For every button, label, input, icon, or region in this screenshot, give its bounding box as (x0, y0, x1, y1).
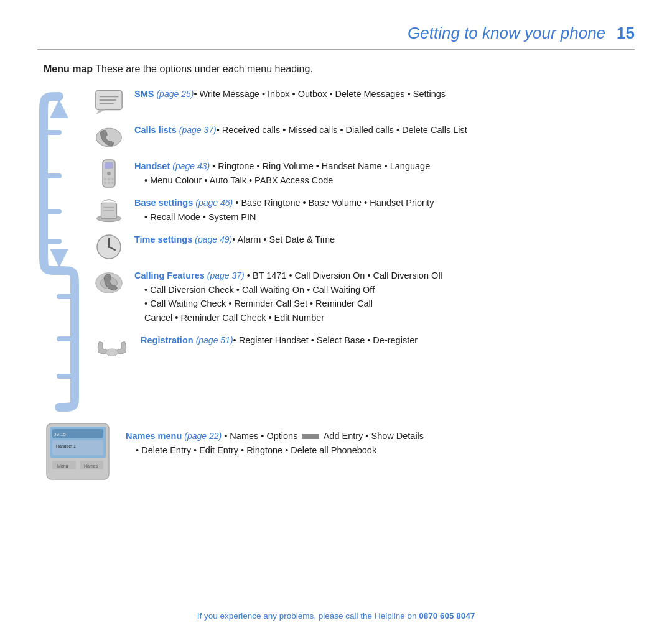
names-menu-bar (302, 434, 319, 439)
svg-marker-1 (50, 99, 68, 118)
svg-rect-16 (105, 162, 113, 169)
menu-map-text: These are the options under each menu he… (93, 63, 313, 74)
svg-text:Names: Names (84, 464, 98, 468)
svg-text:09:15: 09:15 (54, 432, 67, 437)
sms-icon (93, 88, 124, 114)
menu-row-sms: SMS (page 25)• Write Message • Inbox • O… (93, 87, 635, 114)
header-title: Getting to know your phone (408, 24, 605, 43)
names-menu-details-line1: • Names • Options (222, 431, 300, 441)
footer-text: If you experience any problems, please c… (197, 611, 419, 621)
base-label: Base settings (134, 198, 195, 208)
names-menu-details-line2: • Delete Entry • Edit Entry • Ringtone •… (126, 445, 376, 455)
calls-icon (93, 124, 124, 150)
handset-page-ref: (page 43) (172, 161, 210, 171)
menu-items-list: SMS (page 25)• Write Message • Inbox • O… (93, 87, 635, 369)
main-content: SMS (page 25)• Write Message • Inbox • O… (37, 87, 635, 415)
svg-point-18 (108, 178, 111, 181)
nav-arrow (37, 90, 87, 415)
menu-map-heading: Menu map These are the options under eac… (37, 63, 635, 75)
svg-point-21 (104, 182, 106, 184)
header: Getting to know your phone 15 (37, 0, 635, 49)
names-menu-section: 09:15 Handset 1 Menu Names Names menu (p… (37, 420, 635, 483)
base-menu-text: Base settings (page 46) • Base Ringtone … (134, 196, 635, 224)
registration-label: Registration (141, 335, 196, 345)
time-page-ref: (page 49) (195, 234, 232, 244)
registration-page-ref: (page 51) (196, 335, 233, 345)
menu-row-calling: Calling Features (page 37) • BT 1471 • C… (93, 269, 635, 325)
svg-point-23 (108, 182, 110, 184)
names-menu-details-line1b: Add Entry • Show Details (321, 431, 424, 441)
svg-text:Handset 1: Handset 1 (56, 444, 76, 448)
footer-phone: 0870 605 8047 (419, 611, 475, 621)
sms-menu-text: SMS (page 25)• Write Message • Inbox • O… (134, 87, 635, 101)
calls-label: Calls lists (134, 125, 179, 135)
svg-marker-0 (50, 249, 68, 267)
svg-point-17 (107, 172, 111, 175)
calling-icon (93, 270, 124, 296)
footer: If you experience any problems, please c… (0, 611, 672, 621)
handset-icon (93, 160, 124, 187)
calls-menu-text: Calls lists (page 37)• Received calls • … (134, 123, 635, 137)
svg-point-20 (111, 178, 114, 180)
time-icon (93, 234, 124, 260)
calling-menu-text: Calling Features (page 37) • BT 1471 • C… (134, 269, 635, 325)
phone-screen-image: 09:15 Handset 1 Menu Names (44, 420, 112, 483)
sms-details: • Write Message • Inbox • Outbox • Delet… (194, 89, 446, 99)
svg-text:Menu: Menu (57, 464, 68, 468)
menu-row-base: Base settings (page 46) • Base Ringtone … (93, 196, 635, 224)
svg-point-22 (111, 182, 114, 184)
calling-page-ref: (page 37) (207, 270, 245, 280)
menu-map-bold: Menu map (44, 63, 93, 74)
sms-page-ref: (page 25) (156, 89, 194, 99)
handset-menu-text: Handset (page 43) • Ringtone • Ring Volu… (134, 159, 635, 187)
registration-menu-text: Registration (page 51)• Register Handset… (141, 333, 635, 348)
sms-label: SMS (134, 89, 156, 99)
page-container: Getting to know your phone 15 Menu map T… (0, 0, 672, 633)
base-page-ref: (page 46) (195, 198, 233, 208)
menu-row-calls: Calls lists (page 37)• Received calls • … (93, 123, 635, 150)
time-details: • Alarm • Set Date & Time (232, 234, 335, 244)
header-divider (37, 49, 635, 50)
menu-row-handset: Handset (page 43) • Ringtone • Ring Volu… (93, 159, 635, 187)
handset-label: Handset (134, 161, 172, 171)
names-menu-text: Names menu (page 22) • Names • Options A… (126, 420, 424, 457)
registration-details: • Register Handset • Select Base • De-re… (233, 335, 418, 345)
names-menu-label: Names menu (126, 431, 184, 441)
time-menu-text: Time settings (page 49)• Alarm • Set Dat… (134, 233, 635, 247)
svg-marker-10 (96, 109, 105, 114)
calls-details: • Received calls • Missed calls • Dialle… (217, 125, 467, 135)
svg-point-34 (106, 349, 118, 356)
svg-point-31 (108, 246, 110, 248)
registration-icon (93, 335, 131, 361)
page-number: 15 (617, 24, 635, 43)
names-menu-page-ref: (page 22) (184, 431, 222, 441)
menu-row-time: Time settings (page 49)• Alarm • Set Dat… (93, 233, 635, 260)
calls-page-ref: (page 37) (179, 125, 217, 135)
svg-point-19 (104, 178, 106, 180)
base-icon (93, 197, 124, 223)
calling-label: Calling Features (134, 270, 207, 280)
time-label: Time settings (134, 234, 195, 244)
menu-row-registration: Registration (page 51)• Register Handset… (93, 333, 635, 361)
